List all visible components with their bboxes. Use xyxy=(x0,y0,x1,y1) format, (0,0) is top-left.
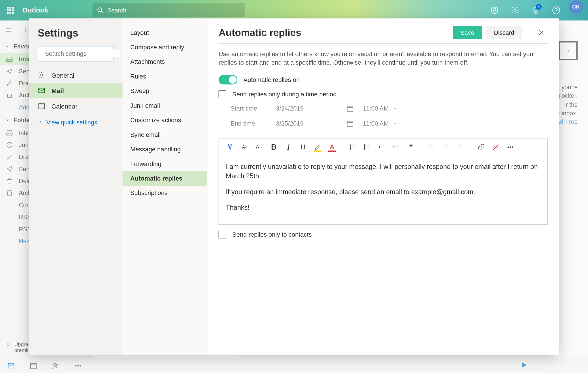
close-button[interactable] xyxy=(535,26,547,39)
toggle-label: Automatic replies on xyxy=(243,76,300,83)
svg-line-67 xyxy=(493,145,498,150)
close-icon xyxy=(538,29,545,36)
indent-icon xyxy=(393,143,400,151)
link-icon xyxy=(477,143,485,151)
help-button[interactable] xyxy=(546,0,567,21)
settings-search-input[interactable] xyxy=(45,50,120,57)
more-format-button[interactable] xyxy=(504,140,517,154)
app-launcher[interactable] xyxy=(0,7,21,14)
discard-button[interactable]: Discard xyxy=(486,26,522,39)
svg-point-70 xyxy=(512,147,513,147)
settings-search[interactable] xyxy=(38,46,114,61)
mail-icon xyxy=(38,87,45,94)
account-avatar[interactable]: CK xyxy=(569,0,583,14)
notification-badge: 4 xyxy=(536,4,542,10)
settings-categories: Settings General Mail Calendar View quic… xyxy=(29,18,123,355)
ellipsis-icon xyxy=(506,143,514,151)
indent-button[interactable] xyxy=(389,140,403,154)
align-right-button[interactable] xyxy=(454,140,467,154)
settings-detail-pane: Automatic replies Save Discard Use autom… xyxy=(207,18,559,355)
bullet-list-icon xyxy=(349,143,357,151)
toggle-knob xyxy=(229,76,237,83)
svg-text:3: 3 xyxy=(364,148,365,150)
chevron-icon xyxy=(259,145,263,149)
font-size-button[interactable]: A xyxy=(252,140,266,154)
svg-point-0 xyxy=(98,8,102,12)
opt-msghandling[interactable]: Message handling xyxy=(123,142,207,156)
svg-rect-38 xyxy=(347,121,353,126)
align-center-button[interactable] xyxy=(439,140,453,154)
bold-button[interactable]: B xyxy=(267,140,281,154)
calendar-icon xyxy=(346,120,354,127)
svg-point-28 xyxy=(41,74,42,76)
gear-icon xyxy=(38,71,45,79)
category-label: Mail xyxy=(52,87,64,94)
opt-attachments[interactable]: Attachments xyxy=(123,54,207,69)
settings-button[interactable] xyxy=(505,0,525,21)
svg-rect-36 xyxy=(347,106,353,111)
divider xyxy=(219,43,548,44)
gear-icon xyxy=(511,6,519,14)
settings-dialog: Settings General Mail Calendar View quic… xyxy=(29,18,559,355)
bullets-button[interactable] xyxy=(346,140,359,154)
highlight-icon xyxy=(314,143,321,151)
quick-settings-label: View quick settings xyxy=(46,119,97,126)
category-general[interactable]: General xyxy=(29,67,123,83)
editor-toolbar: AA A B I U A 123 ” xyxy=(219,139,547,156)
opt-layout[interactable]: Layout xyxy=(123,25,207,40)
end-time-select[interactable]: 11:00 AM xyxy=(363,120,401,127)
skype-icon xyxy=(490,6,499,14)
opt-forwarding[interactable]: Forwarding xyxy=(123,156,207,171)
chevron-down-icon xyxy=(392,121,397,126)
contacts-only-label: Send replies only to contacts xyxy=(232,231,312,238)
font-color-button[interactable]: A xyxy=(325,140,339,154)
autoreplies-toggle[interactable] xyxy=(219,75,238,84)
global-search-input[interactable] xyxy=(107,7,241,14)
skype-button[interactable] xyxy=(484,0,505,21)
save-button[interactable]: Save xyxy=(453,26,482,39)
underline-button[interactable]: U xyxy=(296,140,310,154)
quote-button[interactable]: ” xyxy=(404,140,418,154)
opt-junk[interactable]: Junk email xyxy=(123,98,207,113)
svg-rect-29 xyxy=(39,88,44,93)
numbered-list-button[interactable]: 123 xyxy=(360,140,374,154)
opt-subscriptions[interactable]: Subscriptions xyxy=(123,186,207,200)
outdent-button[interactable] xyxy=(375,140,389,154)
end-date-input[interactable] xyxy=(273,118,338,129)
font-family-button[interactable]: AA xyxy=(238,140,252,154)
end-date-picker-button[interactable] xyxy=(346,120,354,127)
start-time-select[interactable]: 11:00 AM xyxy=(363,105,401,112)
contacts-only-checkbox[interactable] xyxy=(219,231,226,239)
notifications-button[interactable]: 4 xyxy=(525,0,546,21)
view-quick-settings-link[interactable]: View quick settings xyxy=(29,114,123,131)
opt-sync[interactable]: Sync email xyxy=(123,127,207,142)
align-left-button[interactable] xyxy=(425,140,438,154)
unlink-button[interactable] xyxy=(489,140,502,154)
app-name[interactable]: Outlook xyxy=(21,7,54,14)
opt-customize[interactable]: Customize actions xyxy=(123,113,207,127)
start-date-picker-button[interactable] xyxy=(346,105,354,112)
align-center-icon xyxy=(442,143,450,151)
category-calendar[interactable]: Calendar xyxy=(29,98,123,113)
message-paragraph: If you require an immediate response, pl… xyxy=(226,187,540,197)
global-search[interactable] xyxy=(93,3,245,17)
category-mail[interactable]: Mail xyxy=(29,83,123,98)
waffle-icon xyxy=(7,7,14,14)
calendar-icon xyxy=(346,105,354,112)
link-button[interactable] xyxy=(474,140,488,154)
reply-message-textarea[interactable]: I am currently unavailable to reply to y… xyxy=(219,156,547,224)
opt-sweep[interactable]: Sweep xyxy=(123,84,207,98)
opt-compose[interactable]: Compose and reply xyxy=(123,40,207,54)
highlight-button[interactable] xyxy=(311,140,324,154)
opt-rules[interactable]: Rules xyxy=(123,69,207,84)
category-label: Calendar xyxy=(52,102,78,110)
start-date-input[interactable] xyxy=(273,103,338,114)
unlink-icon xyxy=(492,143,500,151)
format-painter-button[interactable] xyxy=(223,140,237,154)
italic-button[interactable]: I xyxy=(282,140,295,154)
opt-autoreplies[interactable]: Automatic replies xyxy=(123,171,207,186)
svg-point-42 xyxy=(350,147,351,147)
time-period-checkbox[interactable] xyxy=(219,90,226,98)
number-list-icon: 123 xyxy=(363,143,371,151)
svg-point-2 xyxy=(491,7,498,14)
